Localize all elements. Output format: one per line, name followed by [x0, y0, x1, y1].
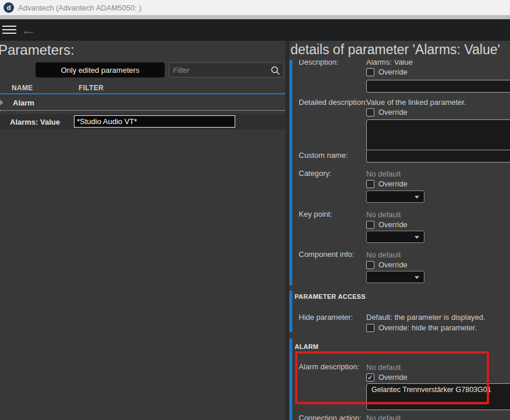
group-row-alarm[interactable]: Alarm	[0, 97, 285, 110]
parameter-access-section-title: PARAMETER ACCESS	[295, 293, 366, 300]
component-info-default: No default	[366, 250, 401, 259]
custom-name-input[interactable]	[366, 150, 510, 163]
key-point-override-row[interactable]: Override	[366, 220, 408, 229]
component-info-override-row[interactable]: Override	[366, 260, 408, 269]
override-checkbox[interactable]	[366, 180, 374, 188]
override-checkbox[interactable]	[366, 68, 374, 76]
parameter-row[interactable]: Alarms: Value	[0, 114, 285, 129]
category-override-row[interactable]: Override	[366, 179, 408, 188]
toolbar: ←	[0, 19, 510, 41]
group-separator	[0, 110, 285, 111]
column-header-name: NAME	[12, 84, 33, 92]
section-accent-bar	[289, 291, 292, 332]
detailed-description-override-row[interactable]: Override	[366, 108, 408, 117]
parameters-panel: Parameters: Only edited parameters NAME …	[0, 41, 285, 420]
parameters-heading: Parameters:	[0, 42, 75, 58]
search-icon[interactable]	[270, 65, 281, 76]
connection-action-label: Connection action:	[299, 414, 362, 420]
hide-parameter-override-row[interactable]: Override: hide the parameter.	[366, 323, 477, 332]
detailed-description-textarea[interactable]	[366, 119, 510, 152]
panel-divider	[285, 41, 289, 420]
override-label: Override	[378, 260, 408, 269]
category-default: No default	[366, 170, 401, 178]
details-panel: Description: Alarms: Value Override Deta…	[289, 41, 510, 420]
category-dropdown[interactable]	[366, 190, 424, 203]
chevron-down-icon	[415, 196, 419, 199]
titlebar-divider	[0, 15, 510, 19]
app-logo-letter: d	[7, 4, 11, 11]
connection-action-default: No default	[366, 414, 401, 420]
alarm-description-override-row[interactable]: ✓ Override	[366, 373, 408, 382]
details-heading-bar: details of parameter 'Alarms: Value'	[289, 41, 510, 60]
override-label: Override	[378, 220, 408, 229]
filter-input[interactable]	[173, 64, 266, 76]
override-hide-label: Override: hide the parameter.	[378, 323, 477, 332]
expander-icon[interactable]	[0, 100, 3, 105]
override-checkbox[interactable]	[366, 324, 374, 332]
group-label: Alarm	[13, 98, 34, 107]
custom-name-label: Custom name:	[299, 151, 348, 160]
only-edited-parameters-button[interactable]: Only edited parameters	[36, 62, 165, 77]
section-accent-bar	[289, 60, 292, 285]
detailed-description-label: Detailed description:	[299, 98, 367, 107]
category-label: Category:	[299, 169, 331, 178]
key-point-default: No default	[366, 210, 401, 219]
override-checkbox-checked[interactable]: ✓	[366, 373, 374, 382]
hide-parameter-label: Hide parameter:	[299, 313, 353, 322]
section-accent-bar	[289, 338, 292, 420]
check-icon: ✓	[367, 373, 373, 382]
column-header-filter: FILTER	[79, 84, 104, 92]
hamburger-menu-icon[interactable]	[2, 26, 16, 35]
chevron-down-icon	[415, 276, 419, 279]
filter-searchbox	[169, 62, 284, 77]
app-logo-icon: d	[3, 2, 14, 13]
key-point-label: Key point:	[299, 210, 332, 218]
override-label: Override	[378, 179, 408, 188]
override-checkbox[interactable]	[366, 221, 374, 229]
app-window: d Advantech (Advantech ADAM5050: ) ← Par…	[0, 0, 510, 420]
parameter-filter-input[interactable]	[74, 115, 235, 128]
back-arrow-icon[interactable]: ←	[21, 19, 36, 40]
component-info-dropdown[interactable]	[366, 271, 424, 283]
header-underline	[0, 93, 285, 94]
key-point-dropdown[interactable]	[366, 231, 424, 243]
details-heading: details of parameter 'Alarms: Value'	[291, 42, 500, 58]
chevron-down-icon	[415, 236, 419, 239]
parameter-name: Alarms: Value	[10, 118, 60, 126]
alarm-description-value: Gelantec Trennverstärker G7803G01	[367, 384, 510, 396]
titlebar: d Advantech (Advantech ADAM5050: )	[0, 0, 510, 15]
override-label: Override	[378, 108, 408, 117]
description-override-row[interactable]: Override	[366, 68, 408, 76]
alarm-description-default: No default	[366, 363, 401, 372]
description-input[interactable]	[366, 80, 510, 93]
override-label: Override	[378, 68, 408, 76]
alarm-description-label: Alarm description:	[299, 362, 359, 371]
alarm-description-textarea[interactable]: Gelantec Trennverstärker G7803G01	[366, 383, 510, 410]
alarm-section-title: ALARM	[295, 343, 318, 350]
detailed-description-value: Value of the linked parameter.	[366, 98, 466, 107]
override-label: Override	[378, 373, 408, 382]
override-checkbox[interactable]	[366, 261, 374, 269]
component-info-label: Component info:	[299, 250, 354, 259]
override-checkbox[interactable]	[366, 108, 374, 117]
window-title: Advantech (Advantech ADAM5050: )	[18, 3, 141, 12]
hide-parameter-default: Default: the parameter is displayed.	[366, 313, 486, 322]
